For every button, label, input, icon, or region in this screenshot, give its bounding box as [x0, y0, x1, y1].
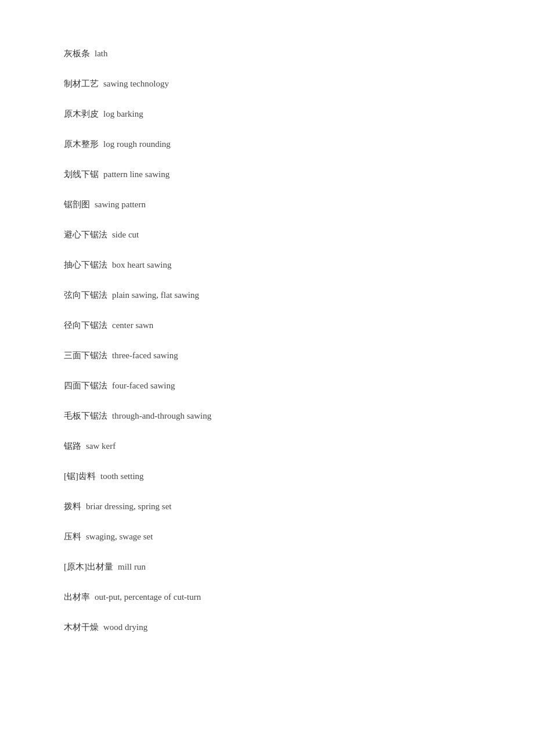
english-term: mill run: [118, 560, 146, 574]
chinese-term: 锯路: [64, 439, 81, 453]
chinese-term: 毛板下锯法: [64, 409, 107, 423]
english-term: log barking: [103, 107, 143, 121]
english-term: log rough rounding: [103, 137, 171, 151]
chinese-term: 划线下锯: [64, 167, 99, 181]
chinese-term: 避心下锯法: [64, 228, 107, 242]
english-term: four-faced sawing: [112, 379, 175, 393]
english-term: box heart sawing: [112, 258, 171, 272]
list-item: 抽心下锯法box heart sawing: [64, 258, 470, 272]
english-term: center sawn: [112, 318, 153, 332]
chinese-term: 弦向下锯法: [64, 288, 107, 302]
chinese-term: 压料: [64, 530, 81, 543]
list-item: 灰板条lath: [64, 46, 470, 60]
list-item: 原木剥皮log barking: [64, 107, 470, 121]
chinese-term: 四面下锯法: [64, 379, 107, 393]
list-item: 划线下锯pattern line sawing: [64, 167, 470, 181]
list-item: 制材工艺sawing technology: [64, 77, 470, 91]
english-term: through-and-through sawing: [112, 409, 211, 423]
chinese-term: 原木整形: [64, 137, 99, 151]
list-item: 出材率out-put, percentage of cut-turn: [64, 590, 470, 604]
english-term: lath: [95, 46, 108, 60]
chinese-term: 制材工艺: [64, 77, 99, 91]
list-item: 锯剖图sawing pattern: [64, 197, 470, 211]
chinese-term: 灰板条: [64, 46, 90, 60]
english-term: out-put, percentage of cut-turn: [95, 590, 201, 604]
english-term: swaging, swage set: [86, 530, 153, 543]
chinese-term: 木材干燥: [64, 620, 99, 634]
chinese-term: [锯]齿料: [64, 469, 96, 483]
list-item: [原木]出材量mill run: [64, 560, 470, 574]
list-item: 避心下锯法side cut: [64, 228, 470, 242]
list-item: 拨料briar dressing, spring set: [64, 499, 470, 513]
english-term: saw kerf: [86, 439, 116, 453]
list-item: 原木整形log rough rounding: [64, 137, 470, 151]
english-term: plain sawing, flat sawing: [112, 288, 199, 302]
chinese-term: 锯剖图: [64, 197, 90, 211]
chinese-term: 抽心下锯法: [64, 258, 107, 272]
chinese-term: 拨料: [64, 499, 81, 513]
english-term: wood drying: [103, 620, 147, 634]
list-item: [锯]齿料tooth setting: [64, 469, 470, 483]
list-item: 径向下锯法center sawn: [64, 318, 470, 332]
list-item: 锯路saw kerf: [64, 439, 470, 453]
list-item: 四面下锯法four-faced sawing: [64, 379, 470, 393]
english-term: sawing technology: [103, 77, 169, 91]
english-term: tooth setting: [100, 469, 144, 483]
chinese-term: 径向下锯法: [64, 318, 107, 332]
chinese-term: 原木剥皮: [64, 107, 99, 121]
list-item: 弦向下锯法plain sawing, flat sawing: [64, 288, 470, 302]
list-item: 木材干燥wood drying: [64, 620, 470, 634]
english-term: side cut: [112, 228, 139, 242]
list-item: 毛板下锯法through-and-through sawing: [64, 409, 470, 423]
list-item: 压料swaging, swage set: [64, 530, 470, 543]
chinese-term: [原木]出材量: [64, 560, 113, 574]
chinese-term: 出材率: [64, 590, 90, 604]
chinese-term: 三面下锯法: [64, 348, 107, 362]
english-term: pattern line sawing: [103, 167, 169, 181]
english-term: three-faced sawing: [112, 348, 178, 362]
english-term: briar dressing, spring set: [86, 499, 171, 513]
english-term: sawing pattern: [95, 197, 146, 211]
entries-list: 灰板条lath制材工艺sawing technology原木剥皮log bark…: [64, 46, 470, 634]
list-item: 三面下锯法three-faced sawing: [64, 348, 470, 362]
